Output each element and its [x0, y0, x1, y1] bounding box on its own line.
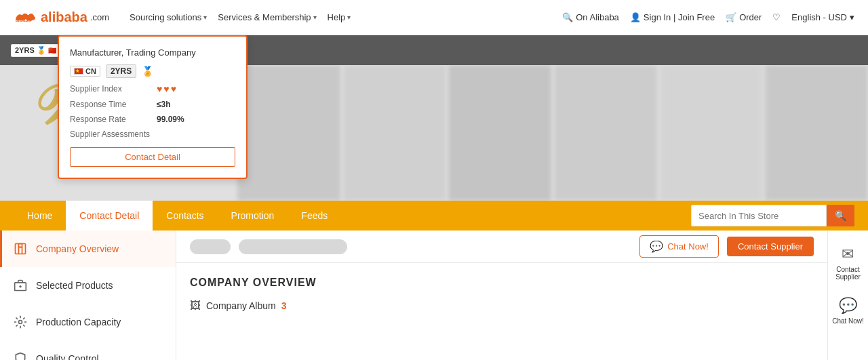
chat-bubble-icon: 💬: [839, 297, 857, 315]
logo-text: alibaba: [41, 9, 87, 25]
main-area: Company Overview Selected Products Pro: [0, 231, 868, 360]
company-overview-title: COMPANY OVERVIEW: [190, 277, 814, 289]
banner-block-2: [343, 65, 446, 201]
heart-icon-1: ♥: [157, 83, 162, 94]
blurred-pill-2: [239, 239, 347, 254]
sign-in-btn[interactable]: 👤 Sign In | Join Free: [630, 12, 715, 22]
store-nav-contact-detail[interactable]: Contact Detail: [66, 201, 153, 231]
company-overview-section: COMPANY OVERVIEW 🖼 Company Album 3: [176, 263, 827, 325]
contact-supplier-btn[interactable]: Contact Supplier: [727, 237, 814, 256]
logo-com: .com: [90, 12, 109, 22]
alibaba-logo-icon: alibaba: [14, 5, 38, 30]
sidebar: Company Overview Selected Products Pro: [0, 231, 176, 360]
content-header-bar: 💬 Chat Now! Contact Supplier: [176, 231, 827, 263]
cn-flag-icon: [74, 68, 83, 75]
popup-card: Manufacturer, Trading Company CN 2YRS 🏅 …: [58, 35, 248, 179]
cube-icon: [13, 278, 28, 293]
supplier-index-row: Supplier Index ♥ ♥ ♥: [70, 83, 235, 94]
contact-detail-btn[interactable]: Contact Detail: [70, 147, 235, 167]
banner-block-6: [765, 65, 868, 201]
popup-badges-row: CN 2YRS 🏅: [70, 64, 235, 78]
response-rate-value: 99.09%: [157, 115, 184, 124]
banner-block-5: [660, 65, 763, 201]
store-nav-contacts[interactable]: Contacts: [153, 201, 217, 231]
banner-blocks: [237, 65, 868, 201]
on-alibaba-btn[interactable]: 🔍 On Alibaba: [562, 12, 619, 22]
flag-icon: 🇨🇳: [48, 47, 56, 54]
sourcing-solutions-nav[interactable]: Sourcing solutions ▾: [130, 12, 207, 22]
svg-rect-2: [19, 244, 22, 247]
search-button[interactable]: 🔍: [827, 205, 854, 226]
response-time-value: ≤3h: [157, 100, 171, 109]
gold-icon: 🏅: [142, 66, 153, 77]
chat-now-btn[interactable]: 💬 Chat Now!: [639, 235, 719, 258]
response-time-row: Response Time ≤3h: [70, 100, 235, 109]
contact-supplier-panel-label: ContactSupplier: [835, 266, 861, 281]
svg-text:alibaba: alibaba: [16, 18, 31, 22]
banner-block-3: [448, 65, 551, 201]
store-nav-home[interactable]: Home: [14, 201, 66, 231]
wishlist-btn[interactable]: ♡: [772, 12, 781, 22]
chevron-down-icon: ▾: [850, 12, 854, 22]
language-selector[interactable]: English - USD ▾: [791, 12, 854, 22]
svg-rect-1: [16, 244, 26, 254]
response-rate-label: Response Rate: [70, 115, 151, 124]
banner-block-1: [237, 65, 340, 201]
nav-links: Sourcing solutions ▾ Services & Membersh…: [130, 12, 549, 22]
contact-supplier-panel-btn[interactable]: ✉ ContactSupplier: [831, 237, 865, 289]
sidebar-item-company-overview[interactable]: Company Overview: [0, 231, 176, 267]
store-search-area: 🔍: [691, 205, 854, 226]
gold-medal-icon: 🏅: [37, 46, 46, 55]
chevron-down-icon: ▾: [203, 14, 207, 21]
heart-icon-2: ♥: [163, 83, 169, 94]
chat-icon: 💬: [650, 240, 663, 253]
nav-right: 🔍 On Alibaba 👤 Sign In | Join Free 🛒 Ord…: [562, 12, 854, 22]
top-navigation: alibaba alibaba .com Sourcing solutions …: [0, 0, 868, 35]
person-icon: 👤: [630, 12, 641, 22]
store-nav-promotion[interactable]: Promotion: [218, 201, 288, 231]
logo[interactable]: alibaba alibaba .com: [14, 5, 109, 30]
supplier-index-hearts: ♥ ♥ ♥: [157, 83, 176, 94]
main-content: 💬 Chat Now! Contact Supplier COMPANY OVE…: [176, 231, 827, 360]
sidebar-item-production-capacity[interactable]: Production Capacity: [0, 304, 176, 340]
heart-icon-3: ♥: [171, 83, 176, 94]
response-rate-row: Response Rate 99.09%: [70, 115, 235, 124]
services-membership-nav[interactable]: Services & Membership ▾: [218, 12, 316, 22]
album-icon: 🖼: [190, 300, 201, 312]
search-icon: 🔍: [562, 12, 573, 22]
chat-now-panel-label: Chat Now!: [832, 317, 864, 325]
response-time-label: Response Time: [70, 100, 151, 109]
album-count: 3: [281, 300, 287, 311]
sidebar-item-quality-control[interactable]: Quality Control: [0, 340, 176, 360]
years-badge: 2YRS 🏅 🇨🇳: [11, 44, 60, 57]
company-album-row: 🖼 Company Album 3: [190, 300, 814, 312]
shield-icon: [13, 351, 28, 360]
envelope-icon: ✉: [842, 245, 854, 263]
search-input[interactable]: [691, 205, 827, 226]
store-nav-feeds[interactable]: Feeds: [288, 201, 341, 231]
supplier-assessments-label: Supplier Assessments: [70, 129, 235, 139]
right-panel: ✉ ContactSupplier 💬 Chat Now!: [827, 231, 868, 360]
gear-icon: [13, 315, 28, 329]
country-badge: CN: [70, 66, 100, 77]
supplier-popup: Manufacturer, Trading Company CN 2YRS 🏅 …: [58, 35, 248, 179]
heart-icon: ♡: [772, 12, 781, 22]
chat-now-panel-btn[interactable]: 💬 Chat Now!: [828, 289, 868, 333]
chevron-down-icon: ▾: [313, 14, 317, 21]
sidebar-item-selected-products[interactable]: Selected Products: [0, 267, 176, 304]
years-label: 2YRS: [106, 64, 136, 78]
banner-block-4: [554, 65, 657, 201]
help-nav[interactable]: Help ▾: [328, 12, 351, 22]
building-icon: [13, 241, 28, 256]
blurred-pill-1: [190, 239, 231, 254]
supplier-index-label: Supplier Index: [70, 84, 151, 94]
chevron-down-icon: ▾: [347, 14, 351, 21]
order-btn[interactable]: 🛒 Order: [726, 12, 762, 22]
cart-icon: 🛒: [726, 12, 736, 22]
svg-point-6: [19, 321, 22, 324]
store-navigation: Home Contact Detail Contacts Promotion F…: [0, 201, 868, 231]
popup-type-label: Manufacturer, Trading Company: [70, 47, 235, 58]
